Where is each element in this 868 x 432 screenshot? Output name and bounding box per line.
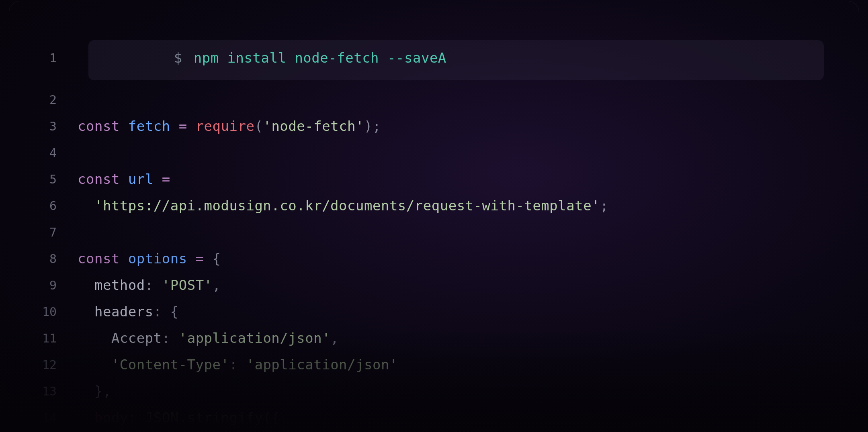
shell-prompt-icon: $ bbox=[174, 50, 182, 66]
code-content: const fetch = require('node-fetch'); bbox=[78, 117, 859, 136]
code-content: $npm install node-fetch --saveA bbox=[78, 29, 859, 87]
line-number: 2 bbox=[9, 93, 78, 107]
code-content: const url = bbox=[78, 170, 859, 189]
code-line-14: 14 body: JSON.stringify({ bbox=[9, 405, 859, 431]
line-number: 4 bbox=[9, 146, 78, 160]
code-line-7: 7 bbox=[9, 219, 859, 246]
code-line-8: 8 const options = { bbox=[9, 246, 859, 272]
line-number: 6 bbox=[9, 199, 78, 213]
code-line-9: 9 method: 'POST', bbox=[9, 272, 859, 299]
line-number: 1 bbox=[9, 51, 78, 65]
line-number: 5 bbox=[9, 172, 78, 186]
code-line-2: 2 bbox=[9, 87, 859, 113]
code-line-1: 1 $npm install node-fetch --saveA bbox=[9, 29, 859, 87]
code-content: method: 'POST', bbox=[78, 276, 859, 295]
code-line-3: 3 const fetch = require('node-fetch'); bbox=[9, 113, 859, 140]
code-editor[interactable]: 1 $npm install node-fetch --saveA 2 3 co… bbox=[9, 29, 859, 431]
code-content: headers: { bbox=[78, 302, 859, 322]
line-number: 12 bbox=[9, 358, 78, 372]
code-content: }, bbox=[78, 382, 859, 401]
code-content: Accept: 'application/json', bbox=[78, 329, 859, 348]
line-number: 14 bbox=[9, 411, 78, 425]
line-number: 13 bbox=[9, 384, 78, 398]
line-number: 8 bbox=[9, 252, 78, 266]
code-line-6: 6 'https://api.modusign.co.kr/documents/… bbox=[9, 193, 859, 219]
code-line-4: 4 bbox=[9, 140, 859, 166]
code-content: const options = { bbox=[78, 249, 859, 269]
code-line-5: 5 const url = bbox=[9, 166, 859, 193]
code-content: body: JSON.stringify({ bbox=[78, 408, 859, 428]
code-line-12: 12 'Content-Type': 'application/json' bbox=[9, 352, 859, 378]
code-line-10: 10 headers: { bbox=[9, 299, 859, 325]
code-content: 'https://api.modusign.co.kr/documents/re… bbox=[78, 196, 859, 216]
editor-frame: 1 $npm install node-fetch --saveA 2 3 co… bbox=[9, 1, 859, 432]
line-number: 11 bbox=[9, 331, 78, 345]
shell-command-text: npm install node-fetch --saveA bbox=[194, 50, 446, 66]
line-number: 10 bbox=[9, 305, 78, 319]
line-number: 7 bbox=[9, 225, 78, 239]
code-line-11: 11 Accept: 'application/json', bbox=[9, 325, 859, 352]
code-line-13: 13 }, bbox=[9, 378, 859, 405]
code-content: 'Content-Type': 'application/json' bbox=[78, 355, 859, 375]
line-number: 3 bbox=[9, 119, 78, 133]
line-number: 9 bbox=[9, 278, 78, 292]
